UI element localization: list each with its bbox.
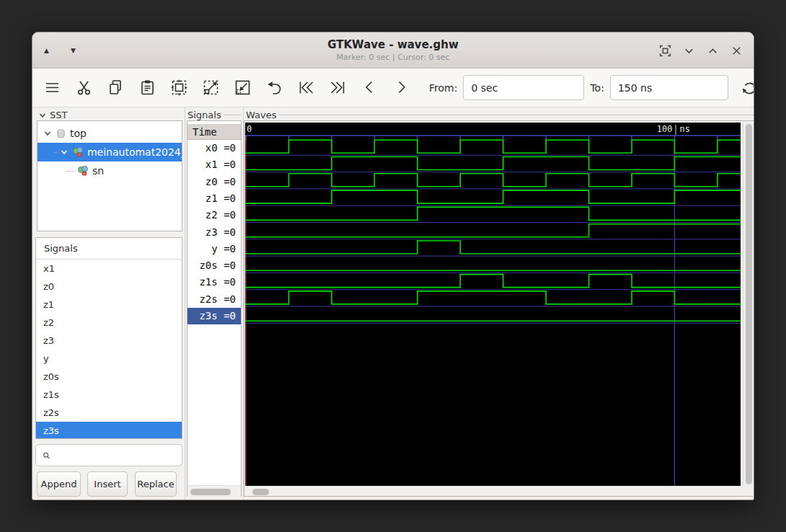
chevron-right-icon bbox=[392, 79, 410, 97]
timeline-label: 0 bbox=[247, 124, 252, 134]
chevron-up-icon bbox=[706, 44, 720, 58]
time-header: Time bbox=[187, 124, 241, 140]
tree-item-label: sn bbox=[92, 165, 104, 177]
signal-list-item[interactable]: z2 bbox=[36, 314, 182, 332]
fit-to-window-icon bbox=[658, 44, 672, 58]
fit-to-window-button[interactable] bbox=[658, 44, 672, 58]
signal-list-item[interactable]: z1s bbox=[36, 386, 182, 404]
tree-item-top[interactable]: top bbox=[37, 124, 182, 143]
signal-list-item[interactable]: z1 bbox=[36, 296, 182, 314]
chevron-left-icon bbox=[361, 79, 379, 97]
tree-item-meinautomat[interactable]: meinautomat2024_01_0 bbox=[37, 143, 182, 161]
tree-item-label: top bbox=[70, 128, 87, 139]
timeline-label: 100 bbox=[657, 124, 673, 134]
zoom-in-button[interactable] bbox=[201, 77, 220, 99]
insert-button[interactable]: Insert bbox=[87, 471, 128, 497]
wave-trace-z2 bbox=[245, 207, 741, 220]
wave-name-row[interactable]: z2s =0 bbox=[187, 291, 241, 308]
signal-list-item[interactable]: z3s bbox=[36, 422, 182, 439]
wave-name-row[interactable]: z2 =0 bbox=[187, 207, 241, 223]
signal-list-item[interactable]: z0 bbox=[36, 278, 182, 296]
append-button[interactable]: Append bbox=[37, 471, 81, 497]
wave-name-row[interactable]: x0 =0 bbox=[187, 140, 241, 156]
wave-trace-x0 bbox=[245, 140, 741, 153]
scrollbar-thumb[interactable] bbox=[252, 489, 269, 495]
expander-chevron-icon[interactable] bbox=[43, 129, 52, 138]
maximize-button[interactable] bbox=[706, 44, 720, 58]
chevron-down-icon bbox=[682, 44, 696, 58]
cut-button[interactable] bbox=[74, 77, 93, 99]
menu-button[interactable] bbox=[43, 77, 61, 99]
waveform-canvas[interactable]: 0100ns bbox=[245, 123, 741, 486]
signal-list-item[interactable]: y bbox=[36, 350, 182, 368]
wave-name-row[interactable]: z1 =0 bbox=[187, 190, 241, 207]
signal-list-item[interactable]: z2s bbox=[36, 404, 182, 422]
wave-name-row[interactable]: z0 =0 bbox=[187, 174, 241, 190]
wave-names-frame-header: Signals bbox=[187, 110, 241, 120]
sst-expander[interactable]: SST bbox=[38, 110, 125, 120]
skip-to-end-icon bbox=[329, 79, 347, 97]
zoom-out-button[interactable] bbox=[233, 77, 252, 99]
wave-name-row[interactable]: z3s =0 bbox=[187, 308, 241, 324]
zoom-out-icon bbox=[234, 79, 252, 97]
signal-list-item[interactable]: z3 bbox=[36, 332, 182, 350]
go-next-button[interactable] bbox=[392, 77, 410, 99]
pane-separator-left[interactable] bbox=[185, 107, 185, 500]
paste-button[interactable] bbox=[138, 77, 156, 99]
signal-list-header: Signals bbox=[36, 238, 182, 260]
go-first-button[interactable] bbox=[296, 77, 315, 99]
from-label: From: bbox=[429, 82, 457, 94]
waves-vscrollbar[interactable] bbox=[743, 123, 754, 486]
signal-list-item[interactable]: x1 bbox=[36, 260, 182, 278]
wave-name-row[interactable]: x1 =0 bbox=[187, 156, 241, 173]
copy-button[interactable] bbox=[106, 77, 125, 99]
wave-names-panel: Time x0 =0x1 =0z0 =0z1 =0z2 =0z3 =0y =0z… bbox=[187, 120, 242, 497]
module-icon bbox=[72, 146, 84, 158]
hamburger-menu-icon bbox=[43, 79, 61, 97]
wave-trace-z2s bbox=[245, 291, 741, 304]
titlebar: ▲ ▼ GTKWave - wave.ghw Marker: 0 sec | C… bbox=[32, 32, 754, 68]
from-time-input[interactable] bbox=[463, 75, 584, 100]
minimize-button[interactable] bbox=[682, 44, 696, 58]
to-label: To: bbox=[590, 82, 604, 94]
zoom-in-icon bbox=[202, 79, 220, 97]
go-previous-button[interactable] bbox=[360, 77, 379, 99]
replace-button[interactable]: Replace bbox=[135, 471, 177, 497]
signal-search[interactable] bbox=[35, 444, 182, 466]
wave-trace-z3 bbox=[245, 224, 741, 237]
search-input[interactable] bbox=[55, 450, 182, 461]
undo-button[interactable] bbox=[265, 77, 283, 99]
tree-item-label: meinautomat2024_01_0 bbox=[87, 146, 182, 158]
wave-trace-z0 bbox=[245, 174, 741, 187]
close-icon bbox=[730, 44, 743, 58]
wave-trace-z1s bbox=[245, 275, 741, 288]
waves-hscrollbar[interactable] bbox=[245, 487, 741, 497]
reload-button[interactable] bbox=[740, 77, 754, 99]
main-content: SST top bbox=[32, 107, 754, 500]
zoom-fit-button[interactable] bbox=[169, 77, 188, 99]
waveform-svg: 0100ns bbox=[245, 123, 741, 486]
scrollbar-thumb[interactable] bbox=[746, 124, 752, 484]
wave-trace-y bbox=[245, 241, 741, 254]
wave-name-row[interactable]: z3 =0 bbox=[187, 224, 241, 241]
wave-trace-x1 bbox=[245, 157, 741, 170]
toolbar: From: To: bbox=[32, 68, 754, 107]
wave-name-row[interactable]: z1s =0 bbox=[187, 274, 241, 291]
to-time-input[interactable] bbox=[610, 75, 728, 100]
design-root-icon bbox=[56, 128, 66, 139]
marker-cursor-status: Marker: 0 sec | Cursor: 0 sec bbox=[32, 53, 754, 62]
close-button[interactable] bbox=[730, 44, 743, 58]
search-icon bbox=[43, 450, 50, 461]
wave-names-hscrollbar[interactable] bbox=[187, 485, 241, 497]
tree-item-sn[interactable]: sn bbox=[37, 161, 182, 180]
wave-name-row[interactable]: y =0 bbox=[187, 241, 241, 257]
go-last-button[interactable] bbox=[328, 77, 347, 99]
gtkwave-window: ▲ ▼ GTKWave - wave.ghw Marker: 0 sec | C… bbox=[32, 32, 754, 500]
sst-tree: top meinautomat2024_01_0 bbox=[37, 120, 182, 231]
signal-list-item[interactable]: z0s bbox=[36, 368, 182, 386]
expander-chevron-icon[interactable] bbox=[60, 148, 69, 156]
sst-label: SST bbox=[50, 110, 67, 120]
wave-name-row[interactable]: z0s =0 bbox=[187, 257, 241, 274]
chevron-down-icon bbox=[38, 111, 47, 120]
scrollbar-thumb[interactable] bbox=[190, 489, 231, 495]
